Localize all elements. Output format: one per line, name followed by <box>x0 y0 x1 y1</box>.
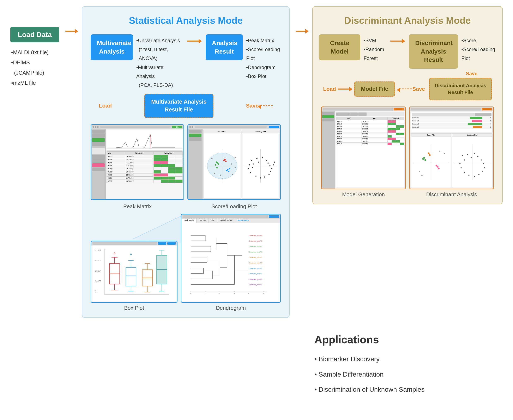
svg-point-13 <box>226 170 227 171</box>
svg-point-46 <box>274 162 275 163</box>
model-file-box[interactable]: Model File <box>354 82 395 97</box>
svg-text:2: 2 <box>219 292 220 294</box>
svg-point-34 <box>267 163 269 164</box>
svg-point-152 <box>467 154 468 155</box>
dendrogram-screenshot: Peak Matrix Box Plot ROC Score/Loading D… <box>181 214 281 303</box>
svg-point-15 <box>225 160 227 162</box>
analysis-result-list: •Peak Matrix •Score/Loading Plot •Dendro… <box>246 34 281 81</box>
svg-point-145 <box>444 153 445 154</box>
applications-section: Applications • Biomarker Discovery • Sam… <box>314 333 488 397</box>
svg-text:3: 3 <box>234 292 235 294</box>
load-data-item-2: •DPiMS <box>11 58 49 68</box>
svg-point-44 <box>249 165 250 165</box>
load-label-disc: Load <box>323 86 336 92</box>
disc-analysis-label: Discriminant Analysis <box>426 191 477 198</box>
stat-panel: Statistical Analysis Mode MultivariateAn… <box>82 6 290 318</box>
multivariate-analysis-box[interactable]: MultivariateAnalysis <box>91 34 133 60</box>
disc-panel: Discriminant Analysis Mode Create Model … <box>312 6 503 204</box>
svg-point-81 <box>114 253 115 254</box>
svg-point-12 <box>228 171 229 172</box>
svg-text:Graminea_spc.PC: Graminea_spc.PC <box>249 234 263 236</box>
disc-analysis-wrapper: Sample1 A Sample2 B <box>409 106 494 198</box>
svg-point-9 <box>216 167 218 168</box>
svg-text:Graminea_spc.PC: Graminea_spc.PC <box>249 246 263 247</box>
svg-point-43 <box>248 168 249 169</box>
create-model-box[interactable]: Create Model <box>319 34 360 60</box>
score-loading-screenshot: Score Plot <box>187 124 281 200</box>
svg-text:Graminea_spc.TC: Graminea_spc.TC <box>249 262 262 264</box>
svg-point-144 <box>419 171 420 172</box>
svg-point-160 <box>478 174 480 175</box>
svg-point-157 <box>483 163 484 164</box>
svg-text:3×10⁵: 3×10⁵ <box>95 259 101 262</box>
dendrogram-label: Dendrogram <box>181 305 281 311</box>
svg-text:Graminea_spc.TC: Graminea_spc.TC <box>249 273 262 275</box>
save-label-disc-top: Save <box>466 71 477 76</box>
svg-text:4: 4 <box>249 292 249 294</box>
disc-result-file-box[interactable]: Discriminant AnalysisResult File <box>429 78 492 100</box>
svg-text:0: 0 <box>190 292 191 294</box>
svg-point-45 <box>273 165 274 165</box>
svg-point-37 <box>270 171 272 172</box>
stat-screenshots-area: OK <box>91 124 281 311</box>
svg-point-17 <box>220 174 221 176</box>
disc-analysis-screenshot: Sample1 A Sample2 B <box>409 106 494 189</box>
app-item-2: • Sample Differentiation <box>314 367 488 382</box>
svg-point-16 <box>224 159 226 160</box>
svg-point-19 <box>214 173 215 174</box>
svg-point-163 <box>464 172 465 173</box>
svg-text:1×10⁵: 1×10⁵ <box>95 280 101 282</box>
load-data-section: Load Data •MALDI (txt file) •DPiMS (JCAM… <box>10 6 59 88</box>
svg-point-38 <box>269 173 270 174</box>
svg-text:1: 1 <box>204 292 206 294</box>
svg-point-33 <box>266 160 267 161</box>
svg-point-31 <box>258 162 259 163</box>
svg-text:5: 5 <box>263 292 264 294</box>
svg-point-82 <box>130 254 132 255</box>
svg-point-24 <box>222 178 223 179</box>
svg-point-140 <box>438 167 440 169</box>
load-data-item-3: (JCAMP file) <box>11 68 49 78</box>
save-label-disc: Save <box>413 86 425 92</box>
svg-text:0: 0 <box>95 290 96 292</box>
svg-point-156 <box>481 159 482 160</box>
svg-point-39 <box>264 176 265 177</box>
load-data-box[interactable]: Load Data <box>10 27 59 42</box>
svg-point-151 <box>464 159 465 160</box>
svg-text:Graminea_spc.TC: Graminea_spc.TC <box>249 256 262 258</box>
svg-line-47 <box>133 214 186 239</box>
applications-title: Applications <box>314 333 488 346</box>
svg-text:Graminea_spc.TC: Graminea_spc.TC <box>249 278 262 280</box>
model-generation-screenshot: m/z Int. Groups 1241.70.01856 1261.80.01… <box>321 106 406 189</box>
app-item-1: • Biomarker Discovery <box>314 352 488 367</box>
svg-point-30 <box>256 158 257 159</box>
svg-point-18 <box>231 163 232 165</box>
stat-panel-title: Statistical Analysis Mode <box>91 15 281 26</box>
svg-text:Graminea_spc.TC: Graminea_spc.TC <box>249 284 262 285</box>
svg-point-138 <box>422 158 424 160</box>
svg-point-40 <box>260 177 261 178</box>
svg-point-155 <box>477 156 478 157</box>
svg-point-27 <box>251 160 252 161</box>
disc-result-box[interactable]: DiscriminantAnalysis Result <box>409 34 458 69</box>
load-data-list: •MALDI (txt file) •DPiMS (JCAMP file) •m… <box>10 47 49 88</box>
create-model-list: •SVM •Random Forest <box>364 34 384 63</box>
svg-point-141 <box>436 165 438 166</box>
svg-point-28 <box>253 163 254 165</box>
box-plot-label: Box Plot <box>91 305 177 311</box>
svg-point-41 <box>256 175 256 176</box>
svg-point-147 <box>421 175 422 176</box>
svg-point-20 <box>234 167 236 168</box>
svg-point-42 <box>250 172 251 173</box>
analysis-result-box[interactable]: AnalysisResult <box>206 34 243 60</box>
svg-rect-63 <box>126 268 136 286</box>
load-data-item-1: •MALDI (txt file) <box>11 47 49 58</box>
svg-point-165 <box>460 163 460 164</box>
svg-point-158 <box>484 167 485 168</box>
load-label-stat: Load <box>99 103 112 109</box>
result-file-box[interactable]: Multivariate AnalysisResult File <box>144 94 213 118</box>
svg-point-146 <box>439 150 440 152</box>
disc-result-list: •Score •Score/Loading Plot <box>461 34 496 63</box>
model-generation-label: Model Generation <box>342 191 385 198</box>
svg-point-35 <box>269 165 270 166</box>
